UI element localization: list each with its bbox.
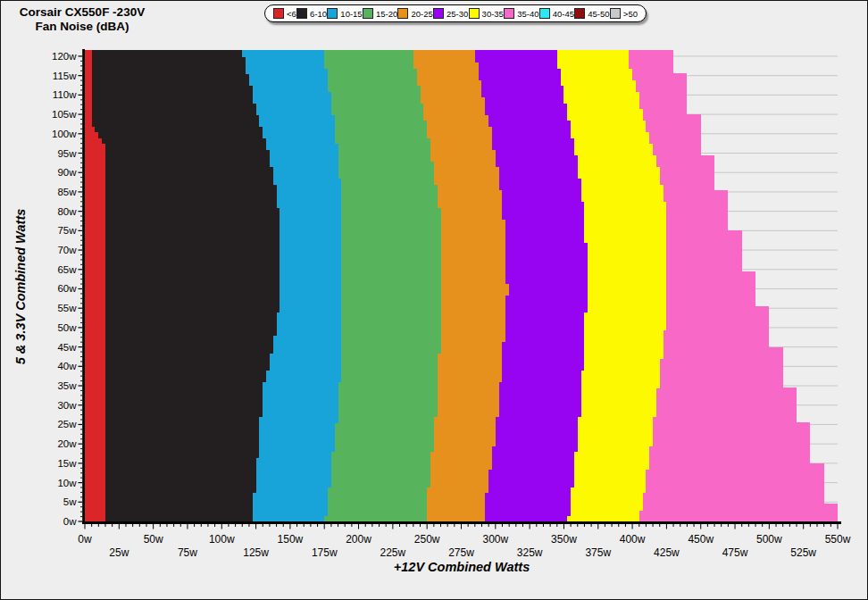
- noise-band-row: [505, 254, 588, 260]
- noise-band-row: [105, 260, 280, 266]
- noise-band-row: [270, 364, 341, 371]
- noise-band-row: [105, 480, 256, 487]
- noise-band-row: [588, 301, 666, 307]
- noise-band-row: [85, 364, 105, 371]
- noise-band-row: [246, 56, 324, 62]
- noise-band-row: [578, 446, 649, 452]
- y-tick-label: 0w: [63, 516, 77, 527]
- noise-band-row: [280, 306, 341, 312]
- noise-band-row: [105, 196, 277, 202]
- noise-band-row: [505, 329, 584, 336]
- noise-band-row: [639, 91, 688, 97]
- noise-band-row: [105, 434, 259, 440]
- y-tick-label: 65w: [57, 264, 77, 275]
- noise-band-row: [341, 237, 440, 243]
- noise-band-row: [85, 382, 105, 388]
- noise-band-row: [441, 242, 506, 248]
- noise-band-row: [98, 132, 263, 138]
- noise-band-row: [581, 184, 664, 190]
- noise-band-row: [430, 452, 492, 458]
- noise-band-row: [85, 91, 92, 97]
- noise-band-row: [574, 144, 653, 150]
- noise-band-row: [105, 498, 253, 504]
- noise-band-row: [253, 91, 331, 97]
- noise-band-row: [85, 196, 105, 202]
- noise-band-row: [85, 73, 92, 79]
- noise-band-row: [105, 225, 280, 231]
- noise-band-row: [656, 161, 714, 167]
- noise-band-row: [105, 515, 253, 521]
- noise-band-row: [481, 79, 560, 86]
- noise-band-row: [502, 213, 584, 220]
- noise-band-row: [636, 86, 687, 92]
- noise-band-row: [505, 260, 588, 266]
- noise-band-row: [105, 417, 259, 423]
- noise-band-row: [263, 382, 338, 388]
- noise-band-row: [341, 295, 440, 301]
- noise-band-row: [92, 121, 260, 127]
- x-tick-label: 375w: [585, 546, 611, 559]
- noise-band-row: [423, 109, 485, 115]
- x-tick-label: 75w: [178, 546, 197, 559]
- noise-band-row: [441, 230, 506, 237]
- noise-band-row: [581, 394, 656, 400]
- noise-band-row: [441, 225, 506, 231]
- noise-band-row: [492, 452, 574, 458]
- noise-band-row: [441, 336, 506, 342]
- noise-band-row: [574, 457, 649, 463]
- noise-band-row: [666, 306, 769, 312]
- noise-band-row: [341, 196, 437, 202]
- noise-band-row: [335, 121, 427, 127]
- x-tick-label: 400w: [620, 533, 646, 546]
- noise-band-row: [505, 295, 588, 301]
- noise-band-row: [263, 388, 338, 394]
- noise-band-row: [263, 405, 338, 412]
- noise-band-row: [341, 329, 440, 336]
- noise-band-row: [280, 271, 341, 278]
- noise-band-row: [496, 440, 578, 446]
- noise-band-row: [492, 463, 574, 470]
- noise-band-row: [338, 161, 434, 167]
- noise-band-row: [430, 155, 496, 162]
- noise-band-row: [105, 429, 259, 435]
- noise-band-row: [417, 73, 479, 79]
- noise-band-row: [85, 260, 105, 266]
- noise-band-row: [266, 371, 341, 377]
- noise-band-row: [666, 230, 741, 237]
- noise-band-row: [664, 341, 770, 347]
- noise-band-row: [324, 62, 413, 68]
- noise-band-row: [341, 312, 440, 319]
- noise-band-row: [85, 446, 105, 452]
- noise-band-row: [105, 172, 273, 179]
- noise-band-row: [571, 126, 646, 132]
- noise-band-row: [85, 237, 105, 243]
- noise-band-row: [331, 452, 430, 458]
- noise-band-row: [646, 480, 823, 487]
- noise-band-row: [438, 202, 503, 208]
- noise-band-row: [479, 68, 561, 74]
- noise-band-row: [105, 329, 277, 336]
- y-tick-label: 5w: [63, 496, 77, 507]
- noise-band-row: [328, 510, 427, 516]
- noise-band-row: [105, 213, 280, 220]
- noise-band-row: [666, 248, 741, 254]
- noise-band-row: [438, 382, 499, 388]
- noise-band-row: [280, 301, 341, 307]
- noise-band-row: [105, 301, 280, 307]
- noise-band-row: [653, 434, 810, 440]
- noise-band-row: [259, 422, 334, 429]
- noise-band-row: [85, 114, 92, 121]
- noise-band-row: [105, 306, 280, 312]
- noise-band-row: [85, 144, 105, 150]
- noise-band-row: [502, 207, 584, 213]
- noise-band-row: [427, 121, 488, 127]
- noise-band-row: [105, 492, 253, 498]
- noise-band-row: [338, 155, 430, 162]
- noise-band-row: [434, 161, 496, 167]
- noise-band-row: [574, 149, 653, 155]
- noise-band-row: [85, 347, 105, 354]
- noise-band-row: [85, 126, 95, 132]
- noise-band-row: [660, 376, 783, 382]
- noise-band-row: [259, 440, 334, 446]
- noise-band-row: [341, 324, 440, 330]
